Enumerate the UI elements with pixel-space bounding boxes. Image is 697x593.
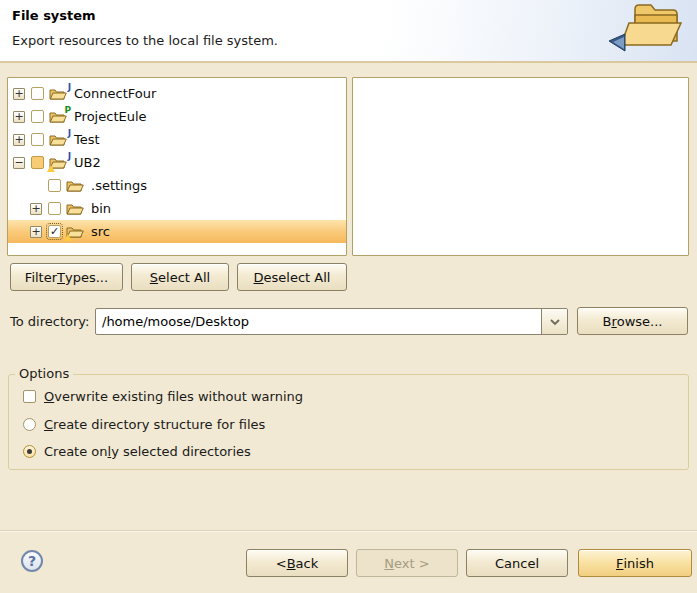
java-decorator: J — [68, 128, 71, 138]
tree-item-connectfour[interactable]: + J ConnectFour — [8, 82, 346, 105]
overwrite-option[interactable]: Overwrite existing files without warning — [23, 388, 303, 404]
expand-plus-icon[interactable]: + — [13, 134, 25, 146]
tree-item-label: UB2 — [74, 155, 101, 170]
overwrite-label: Overwrite existing files without warning — [44, 389, 303, 404]
options-group: Options Overwrite existing files without… — [8, 374, 689, 470]
label-mnemonic: B — [287, 556, 296, 571]
destination-input[interactable]: /home/moose/Desktop — [96, 309, 541, 334]
directory-structure-radio[interactable] — [23, 418, 36, 431]
tree-item-label: bin — [91, 201, 111, 216]
label-part: ack — [296, 556, 319, 571]
chevron-down-icon — [549, 318, 561, 326]
finish-button[interactable]: Finish — [578, 549, 692, 577]
wizard-banner: File system Export resources to the loca… — [0, 0, 697, 63]
select-all-button[interactable]: Select All — [131, 263, 229, 291]
cancel-label: Cancel — [495, 556, 539, 571]
next-button: Next > — [356, 549, 458, 577]
label-part: B — [602, 314, 611, 329]
checkbox-checked[interactable]: ✓ — [48, 225, 61, 238]
options-legend: Options — [15, 366, 73, 381]
java-project-folder-warning-icon: J — [49, 155, 68, 170]
label-part: < — [276, 556, 287, 571]
label-mnemonic: S — [150, 270, 158, 285]
browse-button[interactable]: Browse... — [577, 307, 688, 335]
checkbox[interactable] — [31, 133, 44, 146]
java-project-folder-icon: J — [49, 132, 68, 147]
label-part: elect All — [158, 270, 210, 285]
tree-item-test[interactable]: + J Test — [8, 128, 346, 151]
destination-combo[interactable]: /home/moose/Desktop — [95, 308, 568, 335]
tree-item-src-selected[interactable]: + ✓ src — [8, 220, 346, 243]
label-part: Filter — [25, 270, 57, 285]
label-part: inish — [624, 556, 654, 571]
expand-plus-icon[interactable]: + — [30, 203, 42, 215]
checkbox[interactable] — [48, 202, 61, 215]
tree-item-label: ConnectFour — [74, 86, 156, 101]
label-part: Create on — [44, 444, 108, 459]
checkbox[interactable] — [31, 110, 44, 123]
only-selected-label: Create only selected directories — [44, 444, 251, 459]
resource-tree: + J ConnectFour + P ProjectEule + J Test… — [7, 77, 347, 256]
folder-icon — [66, 178, 85, 193]
question-mark-icon: ? — [28, 553, 36, 569]
label-part: y selected directories — [111, 444, 251, 459]
directory-structure-label: Create directory structure for files — [44, 417, 265, 432]
tree-item-label: ProjectEule — [74, 109, 147, 124]
tree-item-label: src — [91, 224, 110, 239]
label-part: ypes... — [65, 270, 108, 285]
label-mnemonic: C — [44, 417, 53, 432]
java-project-folder-icon: J — [49, 86, 68, 101]
label-part: ext > — [394, 556, 430, 571]
label-part: reate directory structure for files — [53, 417, 265, 432]
deselect-all-button[interactable]: Deselect All — [237, 263, 347, 291]
project-decorator: P — [64, 105, 71, 115]
help-button[interactable]: ? — [21, 550, 43, 572]
file-selection-panel — [352, 77, 689, 256]
combo-dropdown-button[interactable] — [541, 309, 567, 334]
label-mnemonic: D — [254, 270, 264, 285]
export-wizard-dialog: { "header": { "title": "File system", "s… — [0, 0, 697, 593]
java-decorator: J — [68, 151, 71, 161]
collapse-minus-icon[interactable]: − — [13, 157, 25, 169]
label-part: eselect All — [264, 270, 331, 285]
expand-plus-icon[interactable]: + — [13, 88, 25, 100]
folder-warning-icon — [66, 224, 85, 239]
label-part: owse... — [617, 314, 663, 329]
tree-item-bin[interactable]: + bin — [8, 197, 346, 220]
overwrite-checkbox[interactable] — [23, 390, 36, 403]
java-decorator: J — [68, 82, 71, 92]
export-folder-icon — [605, 1, 689, 61]
label-mnemonic: F — [616, 556, 623, 571]
checkbox[interactable] — [48, 179, 61, 192]
page-title: File system — [12, 8, 96, 23]
expand-plus-icon[interactable]: + — [13, 111, 25, 123]
only-selected-option[interactable]: Create only selected directories — [23, 443, 251, 459]
label-mnemonic: N — [384, 556, 394, 571]
expand-plus-icon[interactable]: + — [30, 226, 42, 238]
tree-item-label: .settings — [91, 178, 147, 193]
page-subtitle: Export resources to the local file syste… — [12, 33, 278, 48]
label-mnemonic: O — [44, 389, 54, 404]
tree-item-ub2[interactable]: − J UB2 — [8, 151, 346, 174]
footer-separator — [0, 530, 697, 532]
label-mnemonic: T — [57, 270, 65, 285]
checkbox-grayed[interactable] — [31, 156, 44, 169]
only-selected-radio-selected[interactable] — [23, 445, 36, 458]
project-folder-icon: P — [49, 109, 68, 124]
to-directory-label: To directory: — [10, 314, 89, 329]
directory-structure-option[interactable]: Create directory structure for files — [23, 416, 265, 432]
filter-types-button[interactable]: Filter Types... — [10, 263, 123, 291]
checkbox[interactable] — [31, 87, 44, 100]
tree-item-label: Test — [74, 132, 100, 147]
folder-icon — [66, 201, 85, 216]
label-part: verwrite existing files without warning — [54, 389, 303, 404]
cancel-button[interactable]: Cancel — [466, 549, 568, 577]
tree-item-projecteule[interactable]: + P ProjectEule — [8, 105, 346, 128]
tree-item-settings[interactable]: .settings — [8, 174, 346, 197]
back-button[interactable]: < Back — [246, 549, 348, 577]
